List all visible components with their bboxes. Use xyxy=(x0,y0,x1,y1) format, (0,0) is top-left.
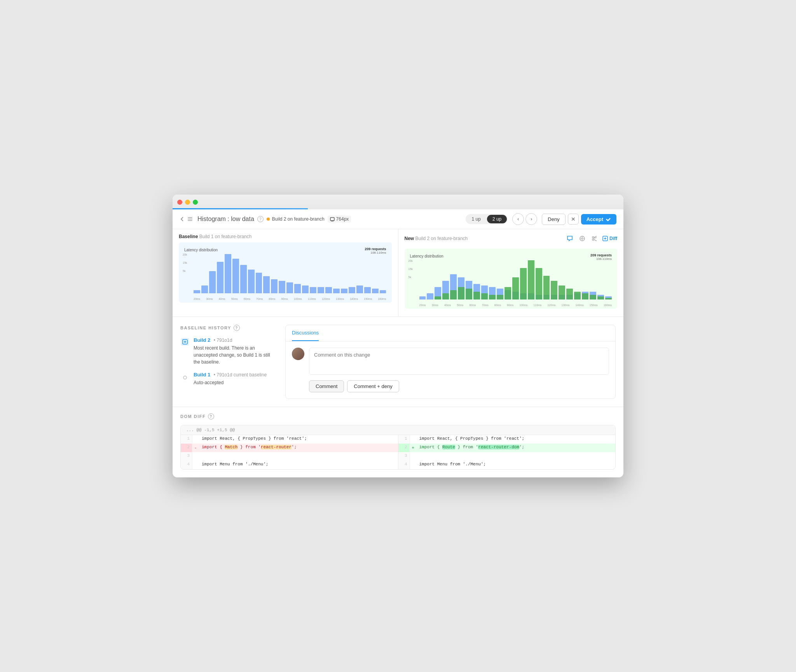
chart-bar-green xyxy=(528,260,534,299)
svg-rect-0 xyxy=(188,217,192,218)
chart-bar xyxy=(364,287,371,293)
chart-bar-green xyxy=(536,268,542,299)
chart-bar xyxy=(201,286,208,293)
chart-bar-group xyxy=(458,260,464,299)
view-1up-button[interactable]: 1 up xyxy=(466,215,486,223)
comment-textarea[interactable] xyxy=(309,348,609,375)
accept-button[interactable]: Accept xyxy=(581,214,616,225)
chart-bar-group xyxy=(551,260,557,299)
chart-bar-group xyxy=(543,260,550,299)
close-button[interactable] xyxy=(177,200,182,205)
build1-desc: Auto-accepted xyxy=(194,379,267,386)
chart-bar-group xyxy=(450,260,457,299)
chart-bar-group xyxy=(566,260,573,299)
chart-bar-group xyxy=(435,260,441,299)
chart-bar-group xyxy=(466,260,472,299)
info-icon[interactable]: ? xyxy=(257,216,264,222)
deny-x-button[interactable]: ✕ xyxy=(568,214,579,225)
history-content-build2: Build 2 • 791o1d Most recent build. Ther… xyxy=(194,336,276,366)
baseline-history: BASELINE HISTORY ? Build 2 • 7 xyxy=(180,325,285,399)
chart-bar-green xyxy=(582,293,588,299)
svg-point-6 xyxy=(592,237,594,238)
baseline-x-labels: 20ms 30ms 40ms 50ms 60ms 70ms 80ms 90ms … xyxy=(194,298,386,300)
diff-line-removed: 2 - import { Match } from 'react-router'… xyxy=(181,444,398,452)
chart-bar-green xyxy=(489,295,496,299)
build2-link[interactable]: Build 2 xyxy=(194,337,210,343)
maximize-button[interactable] xyxy=(193,200,198,205)
chart-bar-group xyxy=(590,260,596,299)
avatar-face xyxy=(292,348,304,360)
chart-bar-green xyxy=(520,268,527,299)
svg-rect-2 xyxy=(188,220,192,221)
build1-link[interactable]: Build 1 xyxy=(194,372,210,378)
chart-bar-group xyxy=(481,260,488,299)
chart-bar xyxy=(232,259,239,293)
comment-icon[interactable] xyxy=(565,234,574,243)
comment-button[interactable]: Comment xyxy=(309,380,344,392)
baseline-chart-title: Latency distribution xyxy=(184,248,386,252)
diff-label: Diff xyxy=(609,236,617,241)
baseline-chart: Latency distribution 209 requests 108-11… xyxy=(179,242,392,303)
dom-diff-section: DOM DIFF ? ... @@ -1,5 +1,5 @@ 1 import … xyxy=(173,407,623,477)
chart-bar xyxy=(209,271,216,293)
chart-bar-group xyxy=(574,260,581,299)
build1-hash: • 791o1d current baseline xyxy=(214,372,267,378)
chart-bar xyxy=(372,289,379,293)
diff-col-right: 1 import React, { PropTypes } from 'reac… xyxy=(398,435,616,469)
chart-bar-group xyxy=(528,260,534,299)
nav-arrows: ‹ › xyxy=(512,213,537,225)
discussions-tabs: Discussions xyxy=(286,325,615,341)
build2-desc: Most recent build. There is an unaccepte… xyxy=(194,345,276,366)
diff-line: 1 import React, { PropTypes } from 'reac… xyxy=(181,435,398,444)
baseline-history-title: BASELINE HISTORY ? xyxy=(180,325,276,331)
nav-back[interactable] xyxy=(180,216,193,222)
page-title: Histogram : low data xyxy=(197,216,254,223)
dom-diff-info-icon[interactable]: ? xyxy=(208,413,214,420)
discussions-body: Comment Comment + deny xyxy=(286,341,615,399)
discussions-tab[interactable]: Discussions xyxy=(292,325,319,341)
build-label: Build 2 on feature-branch xyxy=(272,216,325,222)
titlebar xyxy=(173,195,623,209)
prev-arrow[interactable]: ‹ xyxy=(512,213,524,225)
chart-bar-green xyxy=(442,293,449,299)
chart-bar-green xyxy=(481,293,488,299)
chart-bar-group xyxy=(605,260,612,299)
next-arrow[interactable]: › xyxy=(525,213,537,225)
deny-button[interactable]: Deny xyxy=(542,214,565,225)
chart-bar xyxy=(225,254,231,293)
view-2up-button[interactable]: 2 up xyxy=(487,215,507,223)
chart-bar xyxy=(325,287,332,293)
chart-bar-green xyxy=(551,281,557,299)
minimize-button[interactable] xyxy=(185,200,190,205)
chart-bar xyxy=(240,265,247,293)
header: Histogram : low data ? Build 2 on featur… xyxy=(173,209,623,229)
chart-bar-group xyxy=(597,260,604,299)
comment-form: Comment Comment + deny xyxy=(292,348,609,392)
chart-bar-green xyxy=(450,290,457,299)
new-pane: New Build 2 on feature-branch xyxy=(398,229,624,317)
comment-deny-button[interactable]: Comment + deny xyxy=(347,380,399,392)
traffic-lights xyxy=(177,200,198,205)
chart-bar-green xyxy=(466,289,472,299)
view-toggle: 1 up 2 up xyxy=(466,214,508,224)
scissors-icon[interactable] xyxy=(590,234,599,243)
target-icon[interactable] xyxy=(578,234,587,243)
chart-bar xyxy=(194,290,200,293)
chart-bar-group xyxy=(504,260,511,299)
chart-bar-group xyxy=(512,260,519,299)
baseline-history-info-icon[interactable]: ? xyxy=(234,325,240,331)
build-dot xyxy=(267,218,270,221)
chart-bar-green xyxy=(574,292,581,299)
diff-line: 1 import React, { PropTypes } from 'reac… xyxy=(398,435,616,444)
diff-header: ... @@ -1,5 +1,5 @@ xyxy=(181,425,615,435)
diff-line: 3 xyxy=(398,452,616,461)
chart-bar xyxy=(294,284,301,293)
discussions-panel: Discussions Comment Comment + deny xyxy=(285,325,616,399)
chart-bar-group xyxy=(427,260,433,299)
new-label: New Build 2 on feature-branch xyxy=(405,236,468,241)
diff-badge[interactable]: Diff xyxy=(602,234,617,243)
chart-bar xyxy=(248,270,255,293)
history-item-build2: Build 2 • 791o1d Most recent build. Ther… xyxy=(180,336,276,366)
new-chart-legend: 209 requests 108-110ms xyxy=(590,253,612,261)
chart-bar-group xyxy=(497,260,503,299)
